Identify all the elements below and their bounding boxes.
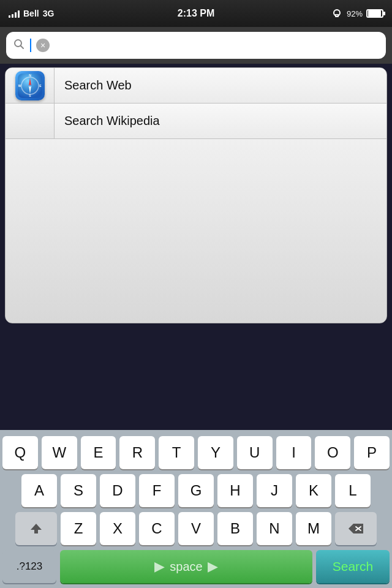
key-j[interactable]: J: [257, 474, 292, 507]
space-arrow-left: ▶: [154, 559, 165, 575]
key-a[interactable]: A: [21, 474, 57, 507]
keyboard: Q W E R T Y U I O P A S D F G H J K L: [0, 430, 392, 588]
key-q[interactable]: Q: [2, 436, 38, 469]
keyboard-bottom-row: .?123 ▶ space ▶ Search: [0, 548, 392, 588]
signal-bar-2: [12, 14, 13, 18]
search-key[interactable]: Search: [316, 550, 390, 583]
key-s[interactable]: S: [61, 474, 96, 507]
key-f[interactable]: F: [139, 474, 175, 507]
shift-icon: [29, 522, 43, 535]
signal-bar-1: [9, 15, 10, 18]
carrier-label: Bell: [23, 9, 39, 18]
key-r[interactable]: R: [119, 436, 155, 469]
status-left: Bell 3G: [9, 9, 54, 18]
key-m[interactable]: M: [296, 512, 331, 545]
search-key-label: Search: [333, 559, 374, 574]
search-icon: [13, 39, 24, 53]
keyboard-rows: Q W E R T Y U I O P A S D F G H J K L: [0, 430, 392, 548]
delete-key[interactable]: [335, 512, 377, 545]
suggestion-text-wikipedia: Search Wikipedia: [55, 114, 386, 128]
num-key[interactable]: .?123: [2, 550, 56, 583]
key-e[interactable]: E: [81, 436, 116, 469]
battery-icon: [366, 9, 383, 18]
key-z[interactable]: Z: [61, 512, 96, 545]
suggestions-panel: N S W E Search Web Search Wikipedia: [5, 67, 387, 323]
keyboard-row-2: A S D F G H J K L: [2, 474, 390, 507]
search-clear-button[interactable]: ×: [36, 39, 50, 52]
shift-key[interactable]: [15, 512, 57, 545]
key-g[interactable]: G: [178, 474, 214, 507]
status-bar: Bell 3G 2:13 PM 92%: [0, 0, 392, 27]
key-i[interactable]: I: [276, 436, 312, 469]
key-o[interactable]: O: [315, 436, 350, 469]
key-y[interactable]: Y: [198, 436, 233, 469]
suggestions-empty-area: [6, 139, 386, 323]
key-n[interactable]: N: [257, 512, 292, 545]
svg-text:W: W: [18, 84, 21, 88]
key-x[interactable]: X: [100, 512, 135, 545]
signal-bar-4: [18, 10, 20, 18]
key-t[interactable]: T: [159, 436, 194, 469]
key-c[interactable]: C: [139, 512, 175, 545]
suggestion-search-wikipedia[interactable]: Search Wikipedia: [6, 104, 386, 139]
svg-text:N: N: [29, 74, 31, 77]
space-key[interactable]: ▶ space ▶: [60, 550, 312, 583]
key-w[interactable]: W: [42, 436, 77, 469]
status-right: 92%: [331, 9, 383, 18]
suggestion-wikipedia-icon-cell: [6, 104, 55, 138]
keyboard-row-3: Z X C V B N M: [2, 512, 390, 545]
battery-fill: [368, 10, 381, 17]
svg-line-4: [21, 45, 24, 48]
signal-bar-3: [15, 12, 17, 18]
delete-icon: [347, 522, 364, 535]
lock-icon: [331, 9, 343, 18]
svg-point-2: [336, 15, 337, 16]
key-l[interactable]: L: [335, 474, 371, 507]
text-cursor: [30, 39, 31, 52]
key-d[interactable]: D: [100, 474, 135, 507]
network-label: 3G: [43, 9, 55, 18]
suggestion-text-web: Search Web: [55, 78, 386, 92]
key-v[interactable]: V: [178, 512, 214, 545]
keyboard-row-1: Q W E R T Y U I O P: [2, 436, 390, 469]
search-bar[interactable]: ×: [6, 32, 386, 59]
battery-percent: 92%: [347, 9, 363, 18]
key-b[interactable]: B: [217, 512, 253, 545]
search-bar-container: ×: [0, 27, 392, 64]
key-u[interactable]: U: [237, 436, 273, 469]
num-label: .?123: [17, 560, 43, 573]
time-label: 2:13 PM: [178, 8, 214, 19]
key-h[interactable]: H: [217, 474, 253, 507]
signal-bars: [9, 9, 20, 18]
key-k[interactable]: K: [296, 474, 331, 507]
space-arrow-right: ▶: [208, 559, 218, 575]
safari-icon: N S W E: [15, 71, 45, 100]
key-p[interactable]: P: [354, 436, 390, 469]
suggestion-icon-cell: N S W E: [6, 68, 55, 103]
suggestion-search-web[interactable]: N S W E Search Web: [6, 68, 386, 104]
space-label: space: [170, 560, 202, 574]
